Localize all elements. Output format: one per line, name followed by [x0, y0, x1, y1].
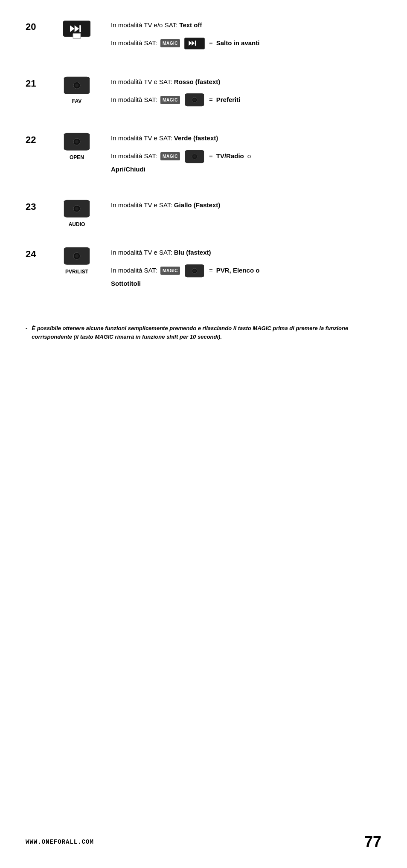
entry-line-24-1: In modalità SAT: MAGIC = PVR, Elenco oSo…	[111, 264, 381, 289]
btn-label-24: PVR/LIST	[65, 269, 88, 275]
magic-badge: MAGIC	[160, 39, 180, 47]
btn-icon-21	[61, 76, 92, 96]
entry-content-22: In modalità TV e SAT: Verde (fastext)In …	[102, 130, 381, 180]
svg-point-14	[193, 155, 196, 158]
entry-line-22-1: In modalità SAT: MAGIC = TV/Radio oApri/…	[111, 149, 381, 174]
entry-icon-block-22: OPEN	[51, 130, 102, 160]
line-text-before: In modalità TV e SAT:	[111, 134, 174, 142]
entry-line-22-0: In modalità TV e SAT: Verde (fastext)	[111, 134, 381, 143]
combo-text-bold2: Sottotitoli	[111, 280, 141, 287]
entry-icon-block-24: PVR/LIST	[51, 244, 102, 275]
combo-btn-icon	[183, 264, 206, 278]
combo-btn-icon	[183, 36, 206, 51]
combo-text-after: =	[209, 95, 213, 105]
line-text-before: In modalità TV e/o SAT:	[111, 21, 179, 29]
entry-number-23: 23	[26, 197, 51, 212]
entry-number-24: 24	[26, 244, 51, 260]
combo-text-before: In modalità SAT:	[111, 95, 157, 105]
svg-point-16	[75, 207, 79, 211]
btn-icon-23	[61, 199, 92, 220]
combo-text-after: =	[209, 151, 213, 161]
entry-line-20-1: In modalità SAT: MAGIC = Salto in avanti	[111, 36, 381, 51]
entry-line-23-0: In modalità TV e SAT: Giallo (Fastext)	[111, 200, 381, 210]
line-text-before: In modalità TV e SAT:	[111, 201, 174, 209]
entry-22: 22 OPENIn modalità TV e SAT: Verde (fast…	[26, 130, 381, 180]
combo-text-bold: Preferiti	[216, 95, 241, 105]
combo-text-bold: PVR, Elenco o	[216, 266, 260, 276]
svg-point-8	[75, 83, 79, 87]
combo-text-before: In modalità SAT:	[111, 38, 157, 48]
btn-label-21: FAV	[72, 98, 81, 104]
combo-text-before: In modalità SAT:	[111, 151, 157, 161]
magic-combo-row: In modalità SAT: MAGIC = Salto in avanti	[111, 36, 381, 51]
entry-number-22: 22	[26, 130, 51, 145]
entry-content-20: In modalità TV e/o SAT: Text offIn modal…	[102, 17, 381, 57]
line-text-before: In modalità TV e SAT:	[111, 78, 174, 85]
magic-badge: MAGIC	[160, 96, 180, 104]
website-text: WWW.ONEFORALL.COM	[26, 839, 94, 845]
btn-icon-20	[61, 19, 92, 40]
svg-point-18	[75, 254, 79, 258]
page-number: 77	[364, 833, 381, 851]
svg-rect-2	[79, 25, 81, 32]
entry-number-20: 20	[26, 17, 51, 32]
line-text-bold: Rosso (fastext)	[174, 78, 220, 85]
combo-text-before: In modalità SAT:	[111, 266, 157, 276]
combo-text-after: =	[209, 38, 213, 48]
line-text-before: In modalità TV e SAT:	[111, 249, 174, 256]
line-text-bold: Blu (fastext)	[174, 249, 211, 256]
svg-point-10	[193, 99, 196, 102]
combo-text-bold2: Apri/Chiudi	[111, 165, 145, 173]
entry-line-21-1: In modalità SAT: MAGIC = Preferiti	[111, 93, 381, 107]
entry-content-24: In modalità TV e SAT: Blu (fastext)In mo…	[102, 244, 381, 294]
magic-badge: MAGIC	[160, 267, 180, 275]
entry-content-21: In modalità TV e SAT: Rosso (fastext)In …	[102, 74, 381, 113]
btn-label-22: OPEN	[70, 154, 84, 160]
entry-21: 21 FAVIn modalità TV e SAT: Rosso (faste…	[26, 74, 381, 113]
combo-btn-icon	[183, 93, 206, 107]
btn-label-23: AUDIO	[69, 221, 85, 227]
footer-note: -È possibile ottenere alcune funzioni se…	[26, 320, 381, 341]
entry-line-20-0: In modalità TV e/o SAT: Text off	[111, 20, 381, 30]
entry-line-21-0: In modalità TV e SAT: Rosso (fastext)	[111, 77, 381, 87]
entry-icon-block-21: FAV	[51, 74, 102, 104]
entry-icon-block-23: AUDIO	[51, 197, 102, 227]
magic-badge: MAGIC	[160, 152, 180, 160]
btn-icon-24	[61, 247, 92, 267]
combo-text-extra: o	[247, 151, 251, 161]
footer-note-text: È possibile ottenere alcune funzioni sem…	[32, 324, 381, 341]
entry-24: 24 PVR/LISTIn modalità TV e SAT: Blu (fa…	[26, 244, 381, 294]
combo-btn-icon	[183, 149, 206, 164]
combo-line2: Apri/Chiudi	[111, 165, 381, 174]
magic-combo-row: In modalità SAT: MAGIC = TV/Radio o	[111, 149, 381, 164]
entry-icon-block-20	[51, 17, 102, 40]
combo-text-bold: TV/Radio	[216, 151, 244, 161]
entry-content-23: In modalità TV e SAT: Giallo (Fastext)	[102, 197, 381, 216]
footer-dash: -	[26, 324, 27, 341]
combo-text-bold: Salto in avanti	[216, 38, 260, 48]
magic-combo-row: In modalità SAT: MAGIC = PVR, Elenco o	[111, 264, 381, 278]
combo-text-after: =	[209, 266, 213, 276]
line-text-bold: Giallo (Fastext)	[174, 201, 220, 209]
btn-icon-22	[61, 132, 92, 153]
svg-point-12	[75, 140, 79, 144]
svg-point-20	[193, 269, 196, 272]
combo-line2: Sottotitoli	[111, 279, 381, 289]
entry-20: 20 In modalità TV e/o SAT: Text offIn mo…	[26, 17, 381, 57]
line-text-bold: Text off	[179, 21, 202, 29]
entry-number-21: 21	[26, 74, 51, 89]
magic-combo-row: In modalità SAT: MAGIC = Preferiti	[111, 93, 381, 107]
svg-rect-3	[73, 34, 81, 39]
entry-line-24-0: In modalità TV e SAT: Blu (fastext)	[111, 248, 381, 258]
svg-rect-6	[195, 41, 196, 46]
entry-23: 23 AUDIOIn modalità TV e SAT: Giallo (Fa…	[26, 197, 381, 227]
line-text-bold: Verde (fastext)	[174, 134, 218, 142]
